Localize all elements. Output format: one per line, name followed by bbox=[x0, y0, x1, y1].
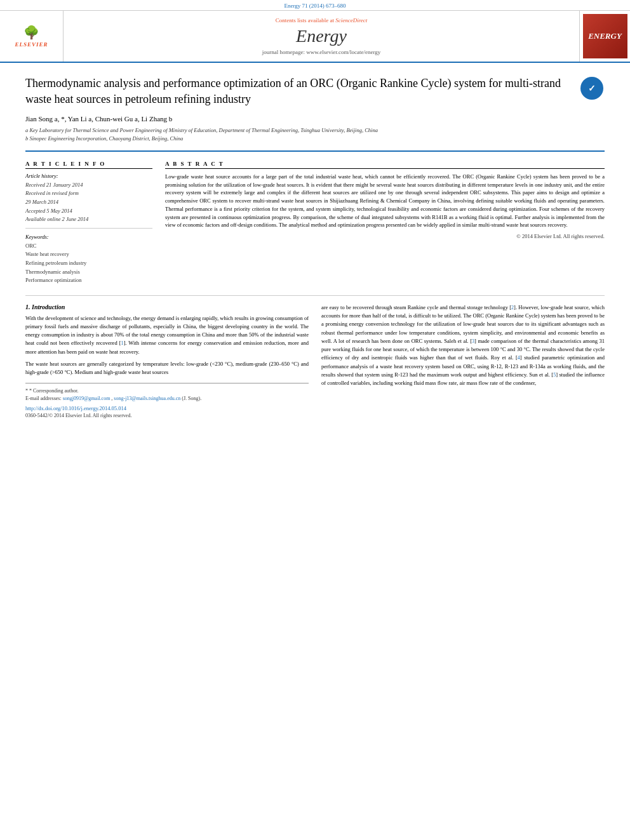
sciencedirect-text[interactable]: ScienceDirect bbox=[335, 17, 367, 23]
info-divider bbox=[25, 228, 152, 229]
revised-date: 29 March 2014 bbox=[25, 198, 152, 207]
article-info-column: A R T I C L E I N F O Article history: R… bbox=[25, 161, 152, 285]
divider bbox=[25, 150, 605, 152]
ref-2: 2 bbox=[511, 305, 514, 310]
section1-number: 1. bbox=[25, 303, 30, 310]
keyword-5: Performance optimization bbox=[25, 276, 152, 285]
intro-paragraph2: The waste heat sources are generally cat… bbox=[25, 360, 309, 377]
body-right-column: are easy to be recovered through steam R… bbox=[321, 303, 605, 418]
section1-title: Introduction bbox=[32, 303, 65, 310]
received-date: Received 21 January 2014 bbox=[25, 181, 152, 190]
keywords-title: Keywords: bbox=[25, 234, 152, 240]
star-icon: * bbox=[25, 388, 28, 394]
keyword-3: Refining petroleum industry bbox=[25, 259, 152, 268]
affiliations: a Key Laboratory for Thermal Science and… bbox=[25, 126, 605, 143]
author-list: Jian Song a, *, Yan Li a, Chun-wei Gu a,… bbox=[25, 115, 172, 123]
section-separator bbox=[25, 295, 605, 296]
sciencedirect-link: Contents lists available at ScienceDirec… bbox=[276, 17, 368, 23]
ref-4: 4 bbox=[518, 355, 520, 361]
journal-homepage: journal homepage: www.elsevier.com/locat… bbox=[262, 49, 381, 55]
corresponding-text: * Corresponding author. bbox=[29, 388, 79, 394]
journal-citation: Energy 71 (2014) 673–680 bbox=[0, 0, 630, 11]
elsevier-tree-icon: 🌳 bbox=[23, 25, 39, 40]
journal-cover-image: ENERGY bbox=[579, 11, 630, 62]
affiliation-b: b Sinopec Engineering Incorporation, Cha… bbox=[25, 135, 605, 143]
authors: Jian Song a, *, Yan Li a, Chun-wei Gu a,… bbox=[25, 115, 605, 123]
ref-1: 1 bbox=[121, 340, 123, 346]
citation-text: Energy 71 (2014) 673–680 bbox=[284, 3, 345, 9]
available-date: Available online 2 June 2014 bbox=[25, 215, 152, 224]
journal-name: Energy bbox=[296, 26, 347, 46]
main-content: Thermodynamic analysis and performance o… bbox=[0, 63, 630, 431]
abstract-label: A B S T R A C T bbox=[165, 161, 605, 169]
article-info-label: A R T I C L E I N F O bbox=[25, 161, 152, 169]
crossmark-badge: ✓ bbox=[579, 76, 605, 101]
elsevier-brand-text: ELSEVIER bbox=[15, 41, 48, 48]
keyword-2: Waste heat recovery bbox=[25, 250, 152, 259]
accepted-date: Accepted 5 May 2014 bbox=[25, 207, 152, 216]
journal-header: 🌳 ELSEVIER Contents lists available at S… bbox=[0, 11, 630, 63]
footnotes: * * Corresponding author. E-mail address… bbox=[25, 383, 309, 418]
article-title-section: Thermodynamic analysis and performance o… bbox=[25, 76, 605, 107]
email-end: (J. Song). bbox=[182, 396, 201, 401]
email-note: E-mail addresses: songj0919@gmail.com , … bbox=[25, 395, 309, 403]
section1-heading: 1. Introduction bbox=[25, 303, 309, 310]
email1[interactable]: songj0919@gmail.com bbox=[63, 396, 111, 401]
doi-link[interactable]: http://dx.doi.org/10.1016/j.energy.2014.… bbox=[25, 405, 309, 411]
email-label: E-mail addresses: bbox=[25, 396, 62, 401]
crossmark-icon: ✓ bbox=[580, 77, 603, 100]
contents-text: Contents lists available at bbox=[276, 17, 334, 23]
journal-center: Contents lists available at ScienceDirec… bbox=[64, 11, 579, 62]
intro-paragraph1: With the development of science and tech… bbox=[25, 314, 309, 356]
received-revised-label: Received in revised form bbox=[25, 189, 152, 198]
issn-text: 0360-5442/© 2014 Elsevier Ltd. All right… bbox=[25, 413, 309, 418]
right-paragraph1: are easy to be recovered through steam R… bbox=[321, 303, 605, 388]
ref-5: 5 bbox=[553, 372, 556, 378]
keywords-section: Keywords: ORC Waste heat recovery Refini… bbox=[25, 234, 152, 285]
email2[interactable]: song-j13@mails.tsinghua.edu.cn bbox=[114, 396, 180, 401]
body-content: 1. Introduction With the development of … bbox=[25, 303, 605, 418]
keyword-1: ORC bbox=[25, 242, 152, 251]
corresponding-note: * * Corresponding author. bbox=[25, 387, 309, 395]
copyright: © 2014 Elsevier Ltd. All rights reserved… bbox=[165, 233, 605, 239]
history-title: Article history: bbox=[25, 173, 152, 179]
ref-3: 3 bbox=[472, 338, 474, 344]
article-title: Thermodynamic analysis and performance o… bbox=[25, 76, 573, 107]
article-info-abstract: A R T I C L E I N F O Article history: R… bbox=[25, 161, 605, 285]
cover-thumbnail: ENERGY bbox=[583, 14, 627, 58]
keyword-4: Thermodynamic analysis bbox=[25, 268, 152, 277]
affiliation-a: a Key Laboratory for Thermal Science and… bbox=[25, 126, 605, 135]
elsevier-logo: 🌳 ELSEVIER bbox=[0, 11, 64, 62]
abstract-column: A B S T R A C T Low-grade waste heat sou… bbox=[165, 161, 605, 285]
body-left-column: 1. Introduction With the development of … bbox=[25, 303, 309, 418]
article-history: Article history: Received 21 January 201… bbox=[25, 173, 152, 224]
abstract-text: Low-grade waste heat source accounts for… bbox=[165, 173, 605, 229]
